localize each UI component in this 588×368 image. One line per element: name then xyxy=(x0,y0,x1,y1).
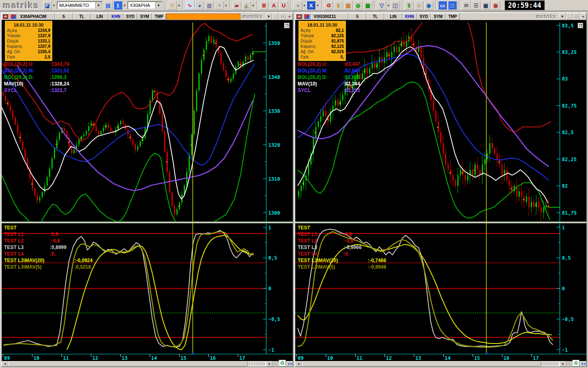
scrollbar-thumb[interactable] xyxy=(9,361,247,366)
svg-text:14: 14 xyxy=(445,355,450,361)
minimize-window-icon[interactable]: ▭ xyxy=(438,1,447,10)
scroll-right-button[interactable]: ► xyxy=(266,361,273,366)
currency-button[interactable]: TL xyxy=(366,13,384,20)
svg-text:1: 1 xyxy=(562,225,565,231)
chart-menu-button[interactable]: ▼ xyxy=(265,13,272,20)
close-button[interactable]: × xyxy=(286,13,293,20)
horizontal-scrollbar[interactable]: ◄►♻◄► xyxy=(2,361,293,366)
tv-icon[interactable]: ▣ xyxy=(481,1,490,10)
depth-grid-icon[interactable]: ▦ xyxy=(363,1,372,10)
orders-icon[interactable]: ▥ xyxy=(344,1,353,10)
maximize-button[interactable]: □ xyxy=(279,13,286,20)
page-next-icon[interactable]: ► xyxy=(290,361,293,366)
chart-menu-button[interactable]: ▼ xyxy=(559,13,566,20)
cascade-windows-icon[interactable]: ◫ xyxy=(391,1,400,10)
alarm-bell-icon[interactable]: ◍ xyxy=(491,1,500,10)
svg-text:-1: -1 xyxy=(562,347,568,353)
indicator-label: TEST L1 xyxy=(4,231,50,238)
minimize-button[interactable]: _ xyxy=(566,13,572,20)
period-button[interactable]: 5 xyxy=(55,13,73,20)
eraser-icon[interactable]: ▰ xyxy=(232,1,241,10)
minimize-button[interactable]: _ xyxy=(272,13,279,20)
text-a-icon[interactable]: A xyxy=(270,1,278,10)
scroll-right-button[interactable]: ► xyxy=(560,361,566,366)
scroll-left-button[interactable]: ◄ xyxy=(295,361,302,366)
refresh-swirl-icon[interactable]: ♻ xyxy=(324,1,333,10)
khn-button[interactable]: KHN xyxy=(402,13,417,20)
symbol-combo[interactable]: X30APHA▼ xyxy=(127,1,163,9)
clock-icon-dropdown[interactable]: ▼ xyxy=(224,1,228,10)
print-icon[interactable]: ☰ xyxy=(472,1,481,10)
screener-icon[interactable]: ▥ xyxy=(205,1,214,10)
fullscreen-icon-dropdown[interactable]: ▼ xyxy=(316,1,320,10)
scroll-left-button[interactable]: ◄ xyxy=(2,361,8,366)
refresh-icon[interactable]: ♻ xyxy=(572,360,579,366)
toolbar-buttons: ◪▼MUHAMMETO▼▤1▼X30APHA▼ϟ▼∿◕▥◔▼▰◭▼BAU◑▼X▼… xyxy=(42,1,501,10)
mail-icon[interactable]: ✉ xyxy=(462,1,471,10)
save-icon-dropdown[interactable]: ▼ xyxy=(52,1,56,10)
clock-icon[interactable]: ◔ xyxy=(215,1,224,10)
filter-icon-dropdown[interactable]: ▼ xyxy=(387,1,390,10)
tmp-button[interactable]: TMP xyxy=(152,13,166,20)
money-bag-icon[interactable]: $ xyxy=(334,1,343,10)
indicator-label: TEST L3\MAV(20) xyxy=(298,257,368,264)
traffic-light-icon[interactable]: ◍ xyxy=(354,1,363,10)
workspace-1-button-dropdown[interactable]: ▼ xyxy=(123,1,127,10)
fullscreen-icon[interactable]: X xyxy=(307,1,316,10)
indicator-row: TEST xyxy=(4,224,93,231)
filter-icon[interactable]: ▽ xyxy=(377,1,386,10)
indicator-row: TEST L3\MAV(5):-0,9949 xyxy=(298,264,386,270)
drawing-tools-icon[interactable]: ◭ xyxy=(242,1,251,10)
horizontal-scrollbar[interactable]: ◄►♻◄► xyxy=(295,361,586,366)
toolbar-separator xyxy=(374,1,375,10)
pie-chart-icon[interactable]: ◕ xyxy=(195,1,204,10)
currency-button[interactable]: TL xyxy=(73,13,91,20)
svg-text:1310: 1310 xyxy=(268,176,280,182)
indicator-label: BOL(20,2) U: xyxy=(298,61,343,67)
scale-button[interactable]: LIN xyxy=(91,13,109,20)
user-icon[interactable]: ☺ xyxy=(414,1,423,10)
new-page-icon[interactable]: ▤ xyxy=(104,1,113,10)
scrollbar-thumb[interactable] xyxy=(302,361,541,366)
syd-button[interactable]: SYD xyxy=(123,13,138,20)
indicator-label: TEST L3\MAV(20) xyxy=(4,257,74,264)
split-icon[interactable]: ◑ xyxy=(293,1,302,10)
scale-button[interactable]: LIN xyxy=(384,13,402,20)
lightning-pen-icon[interactable]: ϟ xyxy=(168,1,177,10)
bold-icon[interactable]: B xyxy=(260,1,269,10)
user-combo[interactable]: MUHAMMETO▼ xyxy=(57,1,102,9)
refresh-icon[interactable]: ♻ xyxy=(279,360,286,366)
chart-restore-icon[interactable]: ❒ xyxy=(578,23,583,28)
cash-icon[interactable]: $ xyxy=(405,1,414,10)
workspace-1-button[interactable]: 1 xyxy=(114,1,122,10)
maximize-window-icon[interactable]: □ xyxy=(448,1,457,10)
close-button[interactable]: × xyxy=(580,13,586,20)
chart-symbol[interactable]: X30APHACIM xyxy=(17,13,55,20)
ohlc-info-box: 18.01.11 15:30 Açılış1334,9 Yüksek1337,9… xyxy=(5,21,52,61)
split-icon-dropdown[interactable]: ▼ xyxy=(303,1,306,10)
chart-symbol[interactable]: VIX0300211 xyxy=(311,13,348,20)
syd-button[interactable]: SYD xyxy=(417,13,431,20)
chart-restore-icon[interactable]: ❒ xyxy=(284,23,290,28)
sym-button[interactable]: SYM xyxy=(431,13,445,20)
page-prev-icon[interactable]: ◄ xyxy=(287,361,290,366)
web-icon[interactable]: ◉ xyxy=(424,1,433,10)
tmp-button[interactable]: TMP xyxy=(445,13,460,20)
lightning-pen-icon-dropdown[interactable]: ▼ xyxy=(177,1,181,10)
svg-text:83,5: 83,5 xyxy=(562,23,574,29)
indicator-row: TEST L1:0,9 xyxy=(298,231,386,238)
line-chart-icon[interactable]: ∿ xyxy=(185,1,194,10)
page-next-icon[interactable]: ► xyxy=(584,361,586,366)
save-icon[interactable]: ◪ xyxy=(43,1,52,10)
maximize-button[interactable]: □ xyxy=(573,13,579,20)
period-button[interactable]: 5 xyxy=(348,13,366,20)
svg-text:16: 16 xyxy=(503,355,509,361)
symbol-combo-value: X30APHA xyxy=(128,3,155,8)
underline-u-icon[interactable]: U xyxy=(279,1,288,10)
drawing-tools-icon-dropdown[interactable]: ▼ xyxy=(252,1,255,10)
page-prev-icon[interactable]: ◄ xyxy=(580,361,584,366)
khn-button[interactable]: KHN xyxy=(109,13,123,20)
sym-button[interactable]: SYM xyxy=(137,13,152,20)
chevron-down-icon[interactable]: ▼ xyxy=(95,2,102,9)
chevron-down-icon[interactable]: ▼ xyxy=(155,2,162,9)
